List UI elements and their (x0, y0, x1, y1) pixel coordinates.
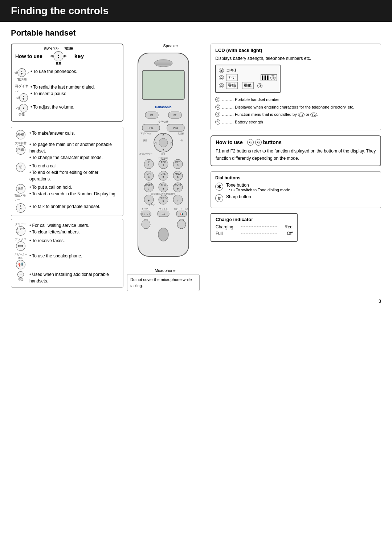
zosetsu-desc: Used when installing additional portable… (29, 271, 120, 284)
gaisen-desc: To make/answer calls. (29, 130, 120, 137)
svg-text:設定/確定: 設定/確定 (159, 157, 168, 159)
svg-text:F1: F1 (150, 114, 153, 117)
horyuu-desc: To put a call on hold. To start a search… (29, 184, 120, 197)
svg-text:GHI: GHI (147, 172, 151, 175)
svg-text:外線: 外線 (148, 127, 154, 129)
svg-text:9: 9 (177, 187, 179, 190)
svg-point-79 (177, 220, 186, 229)
phonebook-key-row: ◁ ▲▼ ▷ 電話帳 To use the phonebook. (15, 68, 119, 82)
svg-text:▼: ▼ (162, 148, 165, 151)
lcd-row-1: ① コキ1 (219, 68, 277, 73)
svg-text:#: # (177, 199, 179, 202)
sharp-label: Sharp button (226, 194, 251, 199)
svg-text:DEF: DEF (175, 161, 180, 163)
f2-button-icon: F2 (255, 139, 262, 146)
volume-key-desc: To adjust the volume. (30, 104, 119, 110)
toku-key-row: トク To talk to another portable handset. (14, 203, 120, 213)
speaker-icon: スピーカーホン 📢 (14, 253, 27, 269)
jp-volume-label: 音量 (56, 62, 61, 65)
lcd-row-3: ③ 登録 機能 ③ (219, 82, 277, 89)
clear-icon: クリアー キャッチ (14, 222, 27, 236)
naisen-key-row: 文字切替 内線 To page the main unit or another… (14, 141, 120, 161)
tone-sub: ↪ • To switch to Tone dialing mode. (226, 188, 291, 192)
sharp-icon: # (215, 194, 223, 202)
lcd-note-1: ① ……… Portable handset number (215, 97, 376, 103)
full-label: Full (216, 231, 237, 236)
svg-text:保留: 保留 (143, 139, 147, 142)
fax-desc: To receive faxes. (29, 237, 120, 244)
lcd-notes: ① ……… Portable handset number ② ……… Disp… (215, 97, 376, 125)
buttons-suffix: buttons (263, 139, 282, 145)
lcd-section: LCD (with back light) Displays battery s… (211, 44, 381, 130)
svg-text:4: 4 (148, 176, 150, 178)
svg-text:キャッチ: キャッチ (141, 213, 151, 215)
svg-point-19 (159, 138, 168, 147)
svg-text:✱: ✱ (148, 199, 150, 202)
section-title: Portable handset (11, 28, 381, 38)
horyuu-key-row: 保留 着信メモリー To put a call on hold. To star… (14, 184, 120, 201)
svg-text:0: 0 (163, 200, 164, 202)
tone-row: ✱ Tone button ↪ • To switch to Tone dial… (215, 183, 376, 192)
kiri-icon: 切 (14, 163, 27, 172)
svg-text:▲: ▲ (162, 133, 165, 136)
full-dots (241, 233, 278, 233)
tone-label: Tone button (226, 183, 291, 188)
sharp-row: # Sharp button (215, 194, 376, 202)
svg-text:3: 3 (177, 164, 179, 167)
how-to-use-key-title: How to use 再ダイヤル 電話帳 ◁ ▲ ▼ (15, 47, 119, 65)
key-word: key (74, 53, 84, 60)
lcd-row-2: ② カナ ▌▌▌ ④ (219, 74, 277, 81)
svg-text:6: 6 (177, 176, 179, 178)
svg-text:7: 7 (148, 161, 150, 163)
nav-key-jp-labels: 再ダイヤル 電話帳 ◁ ▲ ▼ ▷ (44, 47, 73, 65)
charging-dots (241, 227, 278, 227)
charging-label: Charging (216, 224, 237, 229)
svg-text:トーン: トーン (148, 204, 155, 206)
svg-text:再ダイヤル: 再ダイヤル (140, 133, 151, 135)
dial-title: Dial buttons (215, 175, 376, 180)
clear-key-row: クリアー キャッチ For call waiting service users… (14, 222, 120, 236)
f1-button-icon: F1 (247, 139, 254, 146)
svg-text:7: 7 (148, 187, 150, 190)
naisen-icon: 文字切替 内線 (14, 141, 27, 155)
nav-key-icon: ▲ ▼ (53, 51, 64, 61)
svg-text:文字切替: 文字切替 (158, 121, 168, 123)
charging-value: Red (282, 224, 293, 229)
charge-indicator-box: Charge indicator Charging Red Full Off (211, 213, 298, 242)
dial-section: Dial buttons ✱ Tone button ↪ • To switch… (211, 171, 381, 208)
svg-text:F2: F2 (173, 114, 176, 117)
svg-text:ABC: ABC (161, 161, 166, 163)
naisen-desc: To page the main unit or another portabl… (29, 141, 120, 161)
speaker-label: Speaker (163, 44, 178, 48)
svg-text:JKL: JKL (161, 172, 166, 175)
page-title: Finding the controls (11, 5, 381, 17)
left-column: How to use 再ダイヤル 電話帳 ◁ ▲ ▼ (11, 44, 123, 290)
phonebook-key-desc: To use the phonebook. (30, 68, 119, 75)
svg-text:PQRS: PQRS (145, 184, 152, 187)
svg-text:WXYZ: WXYZ (174, 184, 182, 187)
lcd-desc: Displays battery strength, telephone num… (215, 55, 376, 62)
gaisen-key-row: 外線 To make/answer calls. (14, 130, 120, 139)
jp-phonebook-label: 電話帳 (64, 47, 73, 50)
full-value: Off (282, 231, 293, 236)
kiri-desc: To end a call. To end or exit from editi… (29, 163, 120, 182)
charging-row: Charging Red (216, 224, 293, 229)
nav-left-arrow: ◁ (50, 54, 53, 58)
svg-text:TUV: TUV (161, 184, 166, 187)
volume-key-row: ◁ ▲ 音量 To adjust the volume. (15, 104, 119, 117)
svg-text:1: 1 (148, 164, 150, 167)
svg-text:▷: ▷ (171, 141, 173, 145)
svg-text:MNO: MNO (175, 172, 181, 175)
svg-text:ファクス: ファクス (159, 208, 168, 210)
gaisen-icon: 外線 (14, 130, 27, 139)
lcd-note-3: ③ ……… Function menu that is controlled b… (215, 111, 376, 118)
svg-text:設定/確定/消去/解除/再生: 設定/確定/消去/解除/再生 (151, 192, 176, 195)
svg-text:2: 2 (163, 164, 164, 167)
how-to-use-buttons-box: How to use F1 F2 buttons F1 and F2 butto… (211, 135, 381, 166)
nav-right-arrow: ▷ (64, 54, 67, 58)
lcd-note-2: ② ……… Displayed when entering characters… (215, 104, 376, 111)
right-column: LCD (with back light) Displays battery s… (203, 44, 381, 242)
tone-icon: ✱ (215, 183, 223, 191)
buttons-title: How to use F1 F2 buttons (216, 139, 376, 146)
svg-text:クリアー: クリアー (142, 208, 150, 210)
